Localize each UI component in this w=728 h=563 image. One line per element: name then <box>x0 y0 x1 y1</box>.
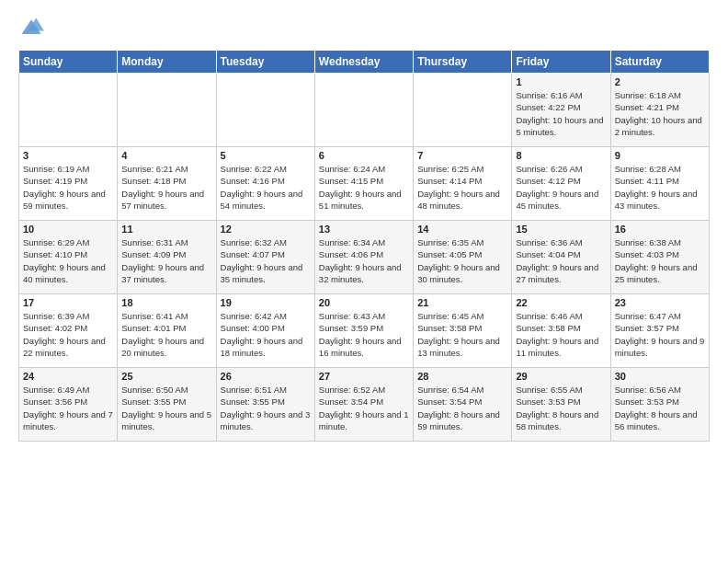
day-info: Sunrise: 6:21 AM Sunset: 4:18 PM Dayligh… <box>121 163 211 212</box>
calendar-cell: 2Sunrise: 6:18 AM Sunset: 4:21 PM Daylig… <box>610 74 709 147</box>
calendar-cell: 3Sunrise: 6:19 AM Sunset: 4:19 PM Daylig… <box>19 147 118 221</box>
calendar-cell: 17Sunrise: 6:39 AM Sunset: 4:02 PM Dayli… <box>19 294 118 368</box>
day-info: Sunrise: 6:42 AM Sunset: 4:00 PM Dayligh… <box>221 310 311 359</box>
calendar-cell: 27Sunrise: 6:52 AM Sunset: 3:54 PM Dayli… <box>314 368 413 442</box>
day-number: 7 <box>417 150 507 161</box>
day-info: Sunrise: 6:26 AM Sunset: 4:12 PM Dayligh… <box>516 163 606 212</box>
day-number: 6 <box>319 150 409 161</box>
calendar-table: SundayMondayTuesdayWednesdayThursdayFrid… <box>18 50 710 442</box>
calendar-cell: 5Sunrise: 6:22 AM Sunset: 4:16 PM Daylig… <box>216 147 314 221</box>
day-number: 3 <box>23 150 113 161</box>
day-number: 23 <box>615 297 705 308</box>
calendar-cell: 16Sunrise: 6:38 AM Sunset: 4:03 PM Dayli… <box>610 221 709 294</box>
weekday-header: Monday <box>118 51 216 74</box>
day-info: Sunrise: 6:46 AM Sunset: 3:58 PM Dayligh… <box>516 310 606 359</box>
logo <box>18 15 48 40</box>
day-info: Sunrise: 6:38 AM Sunset: 4:03 PM Dayligh… <box>615 236 705 285</box>
day-number: 14 <box>417 224 507 235</box>
calendar-cell: 25Sunrise: 6:50 AM Sunset: 3:55 PM Dayli… <box>118 368 216 442</box>
calendar-cell: 9Sunrise: 6:28 AM Sunset: 4:11 PM Daylig… <box>610 147 709 221</box>
day-info: Sunrise: 6:36 AM Sunset: 4:04 PM Dayligh… <box>516 236 606 285</box>
day-info: Sunrise: 6:31 AM Sunset: 4:09 PM Dayligh… <box>121 236 211 285</box>
day-info: Sunrise: 6:35 AM Sunset: 4:05 PM Dayligh… <box>417 236 507 285</box>
calendar-cell: 22Sunrise: 6:46 AM Sunset: 3:58 PM Dayli… <box>512 294 610 368</box>
calendar-cell: 13Sunrise: 6:34 AM Sunset: 4:06 PM Dayli… <box>314 221 413 294</box>
day-info: Sunrise: 6:56 AM Sunset: 3:53 PM Dayligh… <box>615 384 705 432</box>
day-number: 11 <box>121 224 211 235</box>
day-info: Sunrise: 6:55 AM Sunset: 3:53 PM Dayligh… <box>516 384 606 432</box>
day-info: Sunrise: 6:29 AM Sunset: 4:10 PM Dayligh… <box>23 236 113 285</box>
logo-icon <box>18 15 44 40</box>
calendar-week-row: 1Sunrise: 6:16 AM Sunset: 4:22 PM Daylig… <box>19 74 710 147</box>
calendar-cell <box>118 74 216 147</box>
day-number: 9 <box>615 150 705 161</box>
header <box>18 15 710 40</box>
day-info: Sunrise: 6:43 AM Sunset: 3:59 PM Dayligh… <box>319 310 409 359</box>
calendar-cell: 29Sunrise: 6:55 AM Sunset: 3:53 PM Dayli… <box>512 368 610 442</box>
calendar-cell: 20Sunrise: 6:43 AM Sunset: 3:59 PM Dayli… <box>314 294 413 368</box>
page: SundayMondayTuesdayWednesdayThursdayFrid… <box>0 0 728 563</box>
weekday-header: Sunday <box>19 51 118 74</box>
calendar-header-row: SundayMondayTuesdayWednesdayThursdayFrid… <box>19 51 710 74</box>
day-number: 20 <box>319 297 409 308</box>
day-info: Sunrise: 6:32 AM Sunset: 4:07 PM Dayligh… <box>221 236 311 285</box>
day-info: Sunrise: 6:50 AM Sunset: 3:55 PM Dayligh… <box>121 384 211 432</box>
weekday-header: Tuesday <box>216 51 314 74</box>
calendar-cell: 19Sunrise: 6:42 AM Sunset: 4:00 PM Dayli… <box>216 294 314 368</box>
calendar-cell <box>414 74 512 147</box>
day-number: 21 <box>417 297 507 308</box>
day-info: Sunrise: 6:19 AM Sunset: 4:19 PM Dayligh… <box>23 163 113 212</box>
day-number: 22 <box>516 297 606 308</box>
day-info: Sunrise: 6:52 AM Sunset: 3:54 PM Dayligh… <box>319 384 409 432</box>
day-info: Sunrise: 6:22 AM Sunset: 4:16 PM Dayligh… <box>221 163 311 212</box>
day-number: 30 <box>615 371 705 382</box>
day-number: 24 <box>23 371 113 382</box>
day-number: 12 <box>221 224 311 235</box>
calendar-cell: 26Sunrise: 6:51 AM Sunset: 3:55 PM Dayli… <box>216 368 314 442</box>
calendar-cell: 7Sunrise: 6:25 AM Sunset: 4:14 PM Daylig… <box>414 147 512 221</box>
day-info: Sunrise: 6:25 AM Sunset: 4:14 PM Dayligh… <box>417 163 507 212</box>
weekday-header: Saturday <box>610 51 709 74</box>
day-number: 18 <box>121 297 211 308</box>
day-info: Sunrise: 6:54 AM Sunset: 3:54 PM Dayligh… <box>417 384 507 432</box>
day-number: 27 <box>319 371 409 382</box>
calendar-cell: 23Sunrise: 6:47 AM Sunset: 3:57 PM Dayli… <box>610 294 709 368</box>
calendar-cell <box>314 74 413 147</box>
calendar-week-row: 10Sunrise: 6:29 AM Sunset: 4:10 PM Dayli… <box>19 221 710 294</box>
day-number: 5 <box>221 150 311 161</box>
calendar-cell: 15Sunrise: 6:36 AM Sunset: 4:04 PM Dayli… <box>512 221 610 294</box>
calendar-cell <box>216 74 314 147</box>
day-number: 8 <box>516 150 606 161</box>
day-info: Sunrise: 6:18 AM Sunset: 4:21 PM Dayligh… <box>615 89 705 138</box>
calendar-week-row: 24Sunrise: 6:49 AM Sunset: 3:56 PM Dayli… <box>19 368 710 442</box>
calendar-cell <box>19 74 118 147</box>
calendar-week-row: 17Sunrise: 6:39 AM Sunset: 4:02 PM Dayli… <box>19 294 710 368</box>
calendar-week-row: 3Sunrise: 6:19 AM Sunset: 4:19 PM Daylig… <box>19 147 710 221</box>
calendar-cell: 11Sunrise: 6:31 AM Sunset: 4:09 PM Dayli… <box>118 221 216 294</box>
day-number: 4 <box>121 150 211 161</box>
calendar-cell: 12Sunrise: 6:32 AM Sunset: 4:07 PM Dayli… <box>216 221 314 294</box>
calendar-cell: 30Sunrise: 6:56 AM Sunset: 3:53 PM Dayli… <box>610 368 709 442</box>
day-info: Sunrise: 6:51 AM Sunset: 3:55 PM Dayligh… <box>221 384 311 432</box>
day-number: 29 <box>516 371 606 382</box>
calendar-cell: 24Sunrise: 6:49 AM Sunset: 3:56 PM Dayli… <box>19 368 118 442</box>
calendar-cell: 28Sunrise: 6:54 AM Sunset: 3:54 PM Dayli… <box>414 368 512 442</box>
day-info: Sunrise: 6:24 AM Sunset: 4:15 PM Dayligh… <box>319 163 409 212</box>
day-number: 13 <box>319 224 409 235</box>
weekday-header: Thursday <box>414 51 512 74</box>
day-number: 10 <box>23 224 113 235</box>
weekday-header: Friday <box>512 51 610 74</box>
calendar-cell: 18Sunrise: 6:41 AM Sunset: 4:01 PM Dayli… <box>118 294 216 368</box>
calendar-cell: 6Sunrise: 6:24 AM Sunset: 4:15 PM Daylig… <box>314 147 413 221</box>
calendar-cell: 21Sunrise: 6:45 AM Sunset: 3:58 PM Dayli… <box>414 294 512 368</box>
calendar-cell: 8Sunrise: 6:26 AM Sunset: 4:12 PM Daylig… <box>512 147 610 221</box>
day-number: 19 <box>221 297 311 308</box>
day-info: Sunrise: 6:39 AM Sunset: 4:02 PM Dayligh… <box>23 310 113 359</box>
calendar-cell: 1Sunrise: 6:16 AM Sunset: 4:22 PM Daylig… <box>512 74 610 147</box>
calendar-cell: 4Sunrise: 6:21 AM Sunset: 4:18 PM Daylig… <box>118 147 216 221</box>
day-number: 26 <box>221 371 311 382</box>
day-info: Sunrise: 6:16 AM Sunset: 4:22 PM Dayligh… <box>516 89 606 138</box>
day-number: 2 <box>615 76 705 87</box>
day-info: Sunrise: 6:47 AM Sunset: 3:57 PM Dayligh… <box>615 310 705 359</box>
weekday-header: Wednesday <box>314 51 413 74</box>
